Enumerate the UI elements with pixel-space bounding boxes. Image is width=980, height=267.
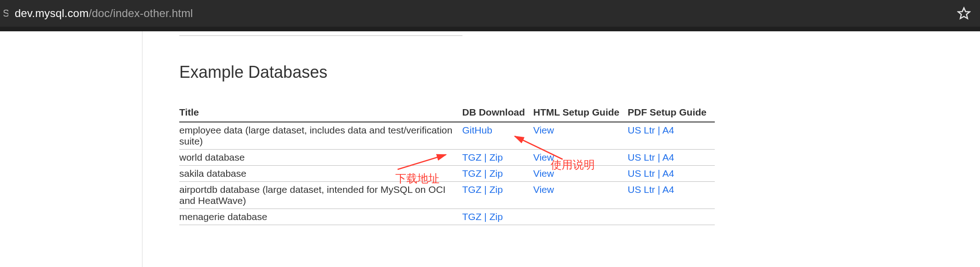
tab-edge-icon: S <box>4 6 8 20</box>
separator: | <box>482 168 490 179</box>
us-ltr-link[interactable]: US Ltr <box>627 152 655 163</box>
col-db-download: DB Download <box>462 104 534 122</box>
a4-link[interactable]: A4 <box>662 184 674 195</box>
url-domain: dev.mysql.com <box>15 7 89 19</box>
us-ltr-link[interactable]: US Ltr <box>627 125 655 135</box>
url-display[interactable]: dev.mysql.com/doc/index-other.html <box>15 7 193 20</box>
tgz-link[interactable]: TGZ <box>462 184 482 195</box>
table-header-row: Title DB Download HTML Setup Guide PDF S… <box>179 104 715 122</box>
cell-download: TGZ | Zip <box>462 150 534 166</box>
table-row: airportdb database (large dataset, inten… <box>179 182 715 209</box>
col-pdf-guide: PDF Setup Guide <box>627 104 715 122</box>
a4-link[interactable]: A4 <box>662 152 674 163</box>
tgz-link[interactable]: TGZ <box>462 152 482 163</box>
zip-link[interactable]: Zip <box>490 211 503 222</box>
previous-table-bottom-border <box>179 31 462 36</box>
separator: | <box>482 184 490 195</box>
browser-toolbar-shadow <box>0 27 980 31</box>
cell-title: menagerie database <box>179 209 462 225</box>
cell-download: TGZ | Zip <box>462 182 534 209</box>
example-databases-table: Title DB Download HTML Setup Guide PDF S… <box>179 104 715 225</box>
a4-link[interactable]: A4 <box>662 168 674 179</box>
table-row: sakila database TGZ | Zip View US Ltr | … <box>179 166 715 182</box>
cell-pdf-guide: US Ltr | A4 <box>627 166 715 182</box>
col-title: Title <box>179 104 462 122</box>
table-row: menagerie database TGZ | Zip <box>179 209 715 225</box>
table-row: world database TGZ | Zip View US Ltr | A… <box>179 150 715 166</box>
separator: | <box>655 152 662 163</box>
section-heading: Example Databases <box>179 63 980 82</box>
cell-html-guide <box>533 209 627 225</box>
cell-html-guide: View <box>533 150 627 166</box>
tgz-link[interactable]: TGZ <box>462 168 482 179</box>
cell-download: GitHub <box>462 122 534 150</box>
cell-pdf-guide <box>627 209 715 225</box>
table-row: employee data (large dataset, includes d… <box>179 122 715 150</box>
cell-title: airportdb database (large dataset, inten… <box>179 182 462 209</box>
us-ltr-link[interactable]: US Ltr <box>627 168 655 179</box>
cell-html-guide: View <box>533 166 627 182</box>
main-content: Example Databases Title DB Download HTML… <box>142 31 980 267</box>
cell-html-guide: View <box>533 122 627 150</box>
view-link[interactable]: View <box>533 184 554 195</box>
bookmark-star-icon[interactable] <box>957 6 971 20</box>
view-link[interactable]: View <box>533 168 554 179</box>
view-link[interactable]: View <box>533 152 554 163</box>
cell-title: employee data (large dataset, includes d… <box>179 122 462 150</box>
url-path: /doc/index-other.html <box>89 7 193 19</box>
a4-link[interactable]: A4 <box>662 125 674 135</box>
cell-html-guide: View <box>533 182 627 209</box>
zip-link[interactable]: Zip <box>490 168 503 179</box>
view-link[interactable]: View <box>533 125 554 135</box>
svg-marker-0 <box>958 8 970 18</box>
us-ltr-link[interactable]: US Ltr <box>627 184 655 195</box>
separator: | <box>482 211 490 222</box>
left-sidebar <box>0 31 142 267</box>
browser-address-bar: S dev.mysql.com/doc/index-other.html <box>0 0 980 27</box>
cell-title: world database <box>179 150 462 166</box>
separator: | <box>655 125 662 135</box>
cell-pdf-guide: US Ltr | A4 <box>627 122 715 150</box>
zip-link[interactable]: Zip <box>490 152 503 163</box>
cell-download: TGZ | Zip <box>462 209 534 225</box>
col-html-guide: HTML Setup Guide <box>533 104 627 122</box>
separator: | <box>655 184 662 195</box>
cell-download: TGZ | Zip <box>462 166 534 182</box>
tgz-link[interactable]: TGZ <box>462 211 482 222</box>
github-link[interactable]: GitHub <box>462 125 492 135</box>
separator: | <box>655 168 662 179</box>
cell-title: sakila database <box>179 166 462 182</box>
cell-pdf-guide: US Ltr | A4 <box>627 182 715 209</box>
cell-pdf-guide: US Ltr | A4 <box>627 150 715 166</box>
zip-link[interactable]: Zip <box>490 184 503 195</box>
separator: | <box>482 152 490 163</box>
